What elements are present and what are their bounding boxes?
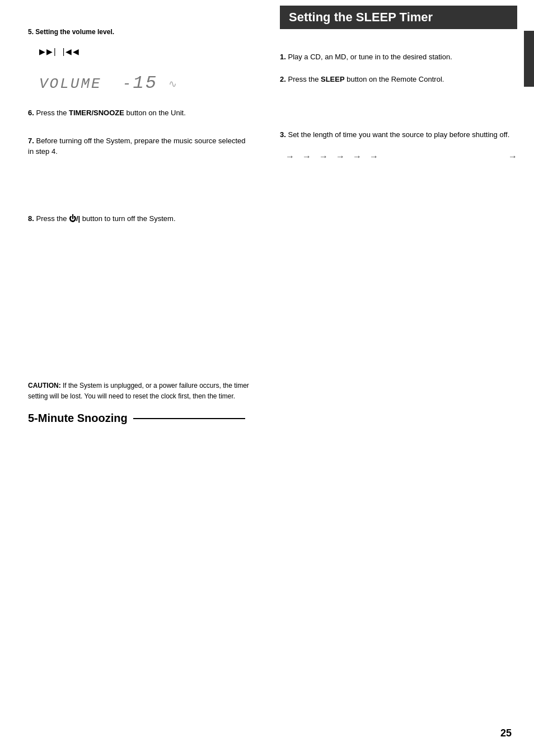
arrow-2: →	[302, 152, 311, 162]
snooze-decorative-line	[133, 418, 245, 419]
controls-row: ▶▶| |◀◀	[39, 47, 252, 56]
step-6-text: 6. Press the TIMER/SNOOZE button on the …	[28, 107, 252, 119]
caution-section: CAUTION: If the System is unplugged, or …	[28, 381, 252, 402]
arrow-row: → → → → → → →	[285, 152, 517, 162]
rewind-symbol: |◀◀	[63, 47, 81, 56]
step-8-text: 8. Press the ⏻/| button to turn off the …	[28, 213, 252, 224]
right-step-3-text: 3. Set the length of time you want the s…	[280, 129, 517, 140]
arrow-4: →	[336, 152, 345, 162]
right-step-1: 1. Play a CD, an MD, or tune in to the d…	[280, 51, 517, 63]
right-step-3: 3. Set the length of time you want the s…	[280, 129, 517, 140]
volume-text: VOLUME -15	[39, 76, 158, 92]
step-8: 8. Press the ⏻/| button to turn off the …	[28, 213, 252, 224]
step-7-text: 7. Before turning off the System, prepar…	[28, 135, 252, 157]
snooze-heading: 5-Minute Snoozing	[28, 412, 252, 425]
right-column: Setting the SLEEP Timer 1. Play a CD, an…	[269, 0, 534, 756]
caution-text: CAUTION: If the System is unplugged, or …	[28, 381, 252, 402]
left-column: 5. Setting the volume level. ▶▶| |◀◀ VOL…	[0, 0, 269, 756]
arrow-1: →	[285, 152, 294, 162]
right-step-2: 2. Press the SLEEP button on the Remote …	[280, 74, 517, 85]
arrow-7: →	[508, 152, 517, 162]
sleep-timer-title: Setting the SLEEP Timer	[289, 10, 508, 25]
snooze-title: 5-Minute Snoozing	[28, 412, 128, 425]
page-tab	[524, 31, 534, 87]
right-step-1-text: 1. Play a CD, an MD, or tune in to the d…	[280, 51, 517, 63]
fast-forward-symbol: ▶▶|	[39, 47, 57, 56]
arrow-5: →	[353, 152, 362, 162]
left-header: 5. Setting the volume level.	[28, 22, 252, 36]
page-container: 5. Setting the volume level. ▶▶| |◀◀ VOL…	[0, 0, 534, 756]
volume-display: VOLUME -15 ∿	[39, 73, 252, 93]
step-7: 7. Before turning off the System, prepar…	[28, 135, 252, 157]
section-title-left: 5. Setting the volume level.	[28, 28, 114, 36]
step-6: 6. Press the TIMER/SNOOZE button on the …	[28, 107, 252, 119]
right-step-2-text: 2. Press the SLEEP button on the Remote …	[280, 74, 517, 85]
right-content: 1. Play a CD, an MD, or tune in to the d…	[280, 46, 517, 162]
right-section-header: Setting the SLEEP Timer	[280, 6, 517, 29]
page-number: 25	[500, 727, 512, 739]
arrow-6: →	[369, 152, 378, 162]
arrow-3: →	[319, 152, 328, 162]
